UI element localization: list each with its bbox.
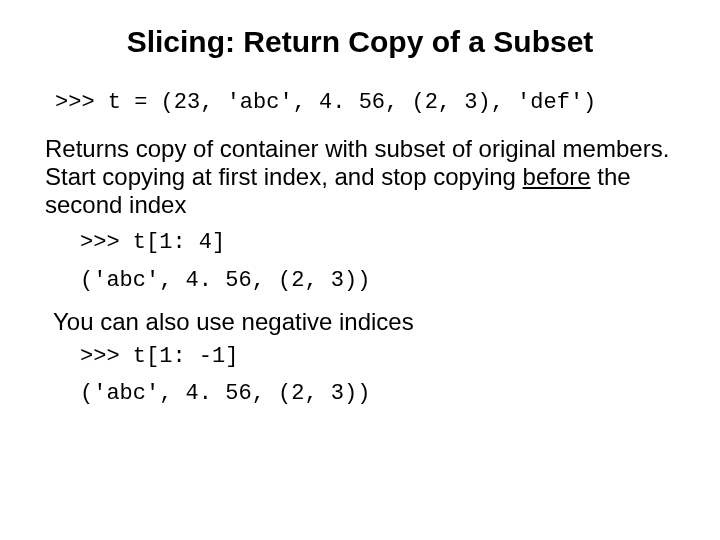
code-slice1-input: >>> t[1: 4] [80,229,675,257]
explanation-paragraph-1: Returns copy of container with subset of… [45,135,675,220]
explanation-paragraph-1-underline: before [523,163,591,190]
code-slice2-input: >>> t[1: -1] [80,343,675,371]
code-slice1-output: ('abc', 4. 56, (2, 3)) [80,267,675,295]
code-assignment-example: >>> t = (23, 'abc', 4. 56, (2, 3), 'def'… [55,89,675,117]
slide: Slicing: Return Copy of a Subset >>> t =… [0,0,720,540]
slide-title: Slicing: Return Copy of a Subset [45,25,675,59]
explanation-paragraph-2: You can also use negative indices [53,308,675,336]
code-slice2-output: ('abc', 4. 56, (2, 3)) [80,380,675,408]
